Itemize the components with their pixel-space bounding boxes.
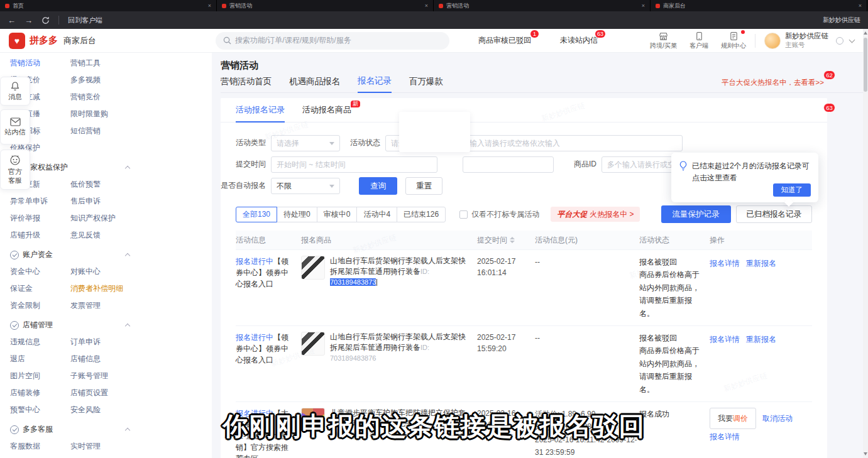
scrollbar[interactable] [863,29,868,458]
sidebar-item[interactable]: 店铺页设置 [70,388,140,398]
official-support-entry[interactable]: 官方客服 [0,150,30,190]
sidebar-item[interactable]: 资金中心 [10,266,70,277]
sidebar-item[interactable]: 资金限制 [10,300,70,311]
sidebar-item[interactable]: 图片空间 [10,371,70,381]
chip-reviewing[interactable]: 审核中0 [317,207,358,222]
detail-link[interactable]: 报名详情 [710,259,740,268]
messages-entry[interactable]: 消息 [0,77,30,106]
pinduoduo-logo-icon[interactable]: ♥ [9,33,25,49]
sidebar-item[interactable]: 预警中心 [10,405,70,415]
sidebar-item-marketing-activity[interactable]: 营销活动 [10,58,70,68]
chip-all[interactable]: 全部130 [236,207,277,222]
rebook-link[interactable]: 重新报名 [746,335,776,344]
sidebar-item[interactable]: 订单申诉 [70,337,140,347]
sidebar-item[interactable]: 安全风险 [70,405,140,415]
sidebar-section-funds[interactable]: 账户资金 [10,249,129,260]
sidebar-item[interactable]: 保证金 [10,283,70,294]
sidebar-item[interactable]: 店铺升级 [10,230,70,241]
logout-icon[interactable] [836,37,843,45]
tab-million-hits[interactable]: 百万爆款 [409,76,443,92]
sidebar-item[interactable]: 退店 [10,354,70,364]
activity-type-select[interactable]: 请选择 [271,135,340,151]
cancel-activity-link[interactable]: 取消活动 [762,414,793,423]
rule-center-entry[interactable]: 规则中心 [721,31,746,50]
chevron-down-icon[interactable] [849,37,855,43]
sidebar-item[interactable]: 低价预警 [70,179,140,190]
collapse-icon[interactable] [125,253,130,258]
col-submit-time[interactable]: 提交时间 [477,235,535,246]
close-icon[interactable]: × [425,3,428,9]
browser-tab[interactable]: 营销活动× [217,0,434,11]
hot-promo-badge[interactable]: 平台大促火热报名中 > [551,207,640,222]
browser-tab[interactable]: 商家后台× [651,0,867,11]
tab-signup-records[interactable]: 报名记录 [358,75,392,93]
query-button[interactable]: 查询 [359,177,397,195]
close-icon[interactable]: × [859,3,862,9]
close-icon[interactable]: × [642,3,645,9]
sort-icon[interactable] [510,237,515,243]
browser-tab[interactable]: 首页× [0,0,217,11]
reload-icon[interactable] [41,16,50,25]
rebook-link[interactable]: 重新报名 [746,259,776,268]
sidebar-item[interactable]: 店铺装修 [10,388,70,398]
unread-mail-link[interactable]: 未读站内信63 [560,35,598,46]
sidebar-section-service[interactable]: 多多客服 [10,424,129,435]
forward-icon[interactable]: → [25,16,33,25]
traffic-protection-button[interactable]: 流量保护记录 [661,205,731,223]
tab-opportunity-signup[interactable]: 机遇商品报名 [289,76,340,92]
promo-sale-link[interactable]: 平台大促火热报名中，去看看>> [722,78,824,92]
sidebar-item[interactable]: 多多视频 [70,75,140,85]
scroll-down-icon[interactable] [864,452,867,455]
sidebar-item[interactable]: 意见反馈 [70,230,140,241]
audit-rejected-link[interactable]: 商品审核已驳回1 [478,35,531,46]
subtab-activity-products[interactable]: 活动报名商品新 [302,104,351,122]
archived-records-button[interactable]: 已归档报名记录 [736,205,813,223]
detail-link[interactable]: 报名详情 [710,335,740,344]
browser-tab[interactable]: 营销活动× [434,0,651,11]
sidebar-item[interactable]: 子账号管理 [70,371,140,381]
date-range-input[interactable]: 开始时间 ~ 结束时间 [271,156,437,173]
avatar[interactable] [764,33,781,49]
client-app-entry[interactable]: 客户端 [689,31,708,50]
sidebar-item[interactable]: 评价举报 [10,213,70,224]
crossborder-entry[interactable]: 跨境/买菜 [650,31,677,50]
collapse-icon[interactable] [125,166,130,171]
detail-link[interactable]: 报名详情 [710,432,740,441]
adjust-price-button[interactable]: 我要调价 [710,408,756,429]
sidebar-item[interactable]: 异常单申诉 [10,196,70,207]
sidebar-item[interactable]: 营销竞价 [70,92,140,102]
close-icon[interactable]: × [208,3,211,9]
sidebar-item[interactable]: 营销工具 [70,58,140,68]
activity-id-input[interactable]: 多个输入请换行或空格依次输入 [449,135,683,151]
search-input[interactable]: 搜索功能/订单/课程/规则/帮助/服务 [216,32,449,50]
product-title[interactable]: 山地自行车后货架钢行李架载人后支架快拆尾架后车筐通用骑行装备 [330,332,466,352]
sidebar-item[interactable]: 限时限量购 [70,109,140,119]
exclusive-checkbox-label[interactable]: 仅看不打标专属活动 [471,209,539,220]
chip-active[interactable]: 活动中4 [356,207,397,222]
sidebar-item-compensation[interactable]: 消费者补偿明细 [70,283,140,294]
sidebar-item[interactable]: 对账中心 [70,266,140,277]
sidebar-item[interactable]: 店铺信息 [70,354,140,364]
site-mail-entry[interactable]: 站内信 [0,109,30,144]
sidebar-item[interactable]: 违规信息 [10,337,70,347]
auto-signup-select[interactable]: 不限 [271,178,340,194]
product-title[interactable]: 山地自行车后货架钢行李架载人后支架快拆尾架后车筐通用骑行装备 [330,256,466,276]
product-thumbnail[interactable] [301,256,325,280]
reset-button[interactable]: 重置 [405,177,442,195]
sidebar-item[interactable]: 客服数据 [10,441,70,452]
sidebar-item[interactable]: 发票管理 [70,300,140,311]
collapse-icon[interactable] [125,324,130,329]
chip-pending[interactable]: 待处理0 [277,207,317,222]
scrollbar-thumb[interactable] [864,38,867,92]
tab-activity-home[interactable]: 营销活动首页 [221,76,272,92]
sidebar-item[interactable]: 知识产权保护 [70,213,140,224]
back-to-client-link[interactable]: 回到客户端 [68,16,102,25]
got-it-button[interactable]: 知道了 [773,183,811,197]
collapse-icon[interactable] [125,428,130,433]
sidebar-item[interactable]: 短信营销 [70,126,140,136]
scroll-up-icon[interactable] [864,31,867,35]
sidebar-item[interactable]: 售后申诉 [70,196,140,207]
chip-ended[interactable]: 已结束126 [397,207,446,222]
extra-filter-input[interactable] [463,156,554,173]
back-icon[interactable]: ← [8,16,16,25]
